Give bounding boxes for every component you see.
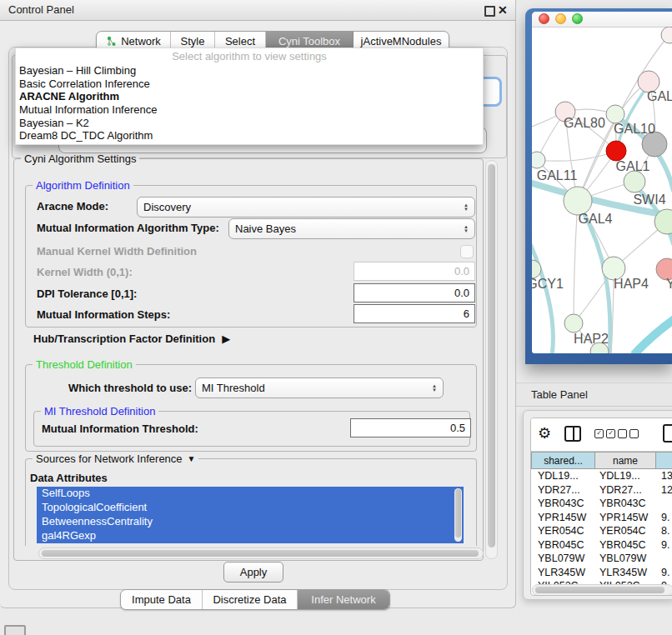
popup-item-dream8[interactable]: Dream8 DC_TDC Algorithm	[16, 129, 483, 142]
popup-placeholder: Select algorithm to view settings	[16, 48, 483, 64]
node-label-gcy1: GCY1	[532, 277, 564, 291]
column-header-name[interactable]: name	[595, 452, 656, 469]
float-window-icon[interactable]	[484, 6, 495, 17]
popup-item-bayesian-hill-climbing[interactable]: Bayesian – Hill Climbing	[16, 64, 483, 78]
control-panel-title: Control Panel	[8, 0, 74, 20]
table-row[interactable]: YER054C YER054C 8.	[531, 524, 672, 538]
hub-definition-toggle[interactable]: Hub/Transcription Factor Definition ▶	[33, 332, 230, 345]
network-node-gal10[interactable]	[606, 105, 624, 123]
table-row[interactable]: YPR145W YPR145W 9.	[531, 511, 672, 525]
gear-icon[interactable]: ⚙	[538, 425, 551, 442]
node-label-gal80: GAL80	[564, 116, 605, 130]
table-row[interactable]: YLR345W YLR345W 9.	[531, 566, 672, 580]
attribute-gal4rgexp[interactable]: gal4RGexp	[37, 529, 464, 543]
settings-vertical-scrollbar-thumb[interactable]	[488, 164, 495, 548]
sources-title: Sources for Network Inference	[36, 452, 183, 465]
edge	[574, 201, 578, 323]
kernel-width-value: 0.0	[454, 265, 469, 278]
spinner-arrows-icon: ▲▼	[457, 225, 469, 233]
attributes-list-scrollbar-thumb[interactable]	[455, 489, 461, 538]
column-header-clipped[interactable]	[656, 452, 672, 469]
screen: Control Panel ✕ Network Style	[0, 0, 672, 635]
data-attributes-label: Data Attributes	[30, 472, 108, 484]
mi-type-select[interactable]: Naive Bayes ▲▼	[228, 218, 475, 239]
which-threshold-label: Which threshold to use:	[68, 382, 192, 394]
minimized-panel-icon[interactable]	[4, 625, 26, 635]
network-node-gal1[interactable]	[624, 171, 645, 192]
node-label-gal4: GAL4	[579, 212, 613, 226]
node-label: GAL	[647, 89, 672, 103]
attribute-selfloops[interactable]: SelfLoops	[37, 487, 464, 501]
table-toolbar: ⚙ ✓ ✓	[531, 418, 672, 452]
network-node-gal11[interactable]	[532, 152, 545, 168]
node-label-gal1: GAL1	[616, 159, 650, 173]
node-label-gal10: GAL10	[614, 122, 655, 136]
data-attributes-list: SelfLoops TopologicalCoefficient Between…	[37, 487, 464, 543]
network-node-gal4[interactable]	[564, 187, 592, 215]
column-header-shared-name[interactable]: shared...	[531, 452, 595, 469]
spinner-arrows-icon: ▲▼	[457, 203, 469, 212]
aracne-mode-label: Aracne Mode:	[37, 200, 108, 212]
tab-cyni-toolbox-label: Cyni Toolbox	[278, 35, 340, 48]
export-table-icon[interactable]	[663, 424, 672, 442]
attribute-betweennesscentrality[interactable]: BetweennessCentrality	[37, 515, 464, 529]
highlight-edges	[634, 318, 672, 353]
node-label-swi4: SWI4	[633, 192, 665, 207]
tab-infer-network-label: Infer Network	[311, 593, 375, 606]
popup-item-aracne[interactable]: ARACNE Algorithm	[16, 90, 483, 103]
mi-threshold-definition-title: MI Threshold Definition	[41, 405, 158, 418]
tab-style-label: Style	[181, 35, 205, 48]
tab-impute-data[interactable]: Impute Data	[121, 590, 203, 609]
settings-vertical-scrollbar[interactable]	[485, 160, 498, 559]
which-threshold-value: MI Threshold	[202, 382, 265, 394]
table-row[interactable]: YBR045C YBR045C 9.	[531, 538, 672, 552]
table-row[interactable]: YDL19... YDL19... 13	[531, 469, 672, 483]
apply-button[interactable]: Apply	[223, 562, 283, 582]
table-row[interactable]: YBL079W YBL079W	[531, 552, 672, 566]
collapse-down-icon: ▼	[188, 454, 196, 463]
settings-horizontal-scrollbar-thumb[interactable]	[42, 550, 479, 557]
column-header-label: shared...	[544, 455, 583, 467]
tab-infer-network[interactable]: Infer Network	[298, 590, 389, 609]
attributes-list-scrollbar[interactable]	[454, 488, 462, 542]
table-row[interactable]: YBR043C YBR043C	[531, 497, 672, 511]
network-node-hap2[interactable]	[564, 314, 583, 332]
network-node-selected-red[interactable]	[606, 141, 626, 161]
select-all-columns-icon[interactable]: ✓ ✓	[594, 429, 615, 438]
window-zoom-button[interactable]	[572, 13, 583, 24]
sources-title-row[interactable]: Sources for Network Inference ▼	[33, 452, 198, 465]
table-rows: YDL19... YDL19... 13 YDR27... YDR27... 1…	[531, 469, 672, 593]
kernel-width-input[interactable]: 0.0	[354, 262, 475, 281]
attribute-topologicalcoefficient[interactable]: TopologicalCoefficient	[37, 501, 464, 515]
network-view-window: GAL GAL80 GAL10 GAL11 GAL1 SWI4 GAL4 GCY…	[525, 8, 672, 364]
mi-threshold-value: 0.5	[450, 422, 465, 434]
window-close-button[interactable]	[539, 13, 549, 24]
edge	[532, 237, 553, 353]
node-label-hap4: HAP4	[614, 277, 649, 291]
aracne-mode-select[interactable]: Discovery ▲▼	[137, 197, 475, 218]
popup-item-bayesian-k2[interactable]: Bayesian – K2	[16, 117, 483, 130]
dpi-tolerance-input[interactable]: 0.0	[354, 283, 475, 302]
mi-steps-input[interactable]: 6	[354, 304, 475, 323]
mi-threshold-input[interactable]: 0.5	[350, 418, 471, 438]
show-columns-icon[interactable]	[564, 426, 581, 442]
tab-discretize-data[interactable]: Discretize Data	[203, 590, 298, 609]
which-threshold-select[interactable]: MI Threshold ▲▼	[195, 378, 444, 398]
spinner-arrows-icon: ▲▼	[425, 384, 437, 392]
table-row[interactable]: YDR27... YDR27... 12	[531, 483, 672, 498]
deselect-all-columns-icon[interactable]	[618, 429, 639, 438]
popup-item-basic-correlation[interactable]: Basic Correlation Inference	[16, 78, 483, 91]
network-node[interactable]	[661, 27, 672, 43]
popup-item-mutual-information[interactable]: Mutual Information Inference	[16, 103, 483, 117]
window-minimize-button[interactable]	[555, 13, 566, 24]
tab-network-label: Network	[121, 35, 161, 48]
table-horizontal-scrollbar[interactable]	[532, 584, 672, 596]
aracne-mode-value: Discovery	[143, 201, 191, 213]
network-canvas[interactable]: GAL GAL80 GAL10 GAL11 GAL1 SWI4 GAL4 GCY…	[532, 27, 672, 353]
close-icon[interactable]: ✕	[498, 2, 508, 18]
network-window-titlebar[interactable]	[532, 12, 672, 28]
settings-horizontal-scrollbar[interactable]	[38, 548, 484, 559]
manual-kernel-checkbox[interactable]	[460, 245, 474, 258]
table-horizontal-scrollbar-thumb[interactable]	[535, 587, 664, 593]
cyni-bottom-tabbar: Impute Data Discretize Data Infer Networ…	[120, 589, 390, 610]
